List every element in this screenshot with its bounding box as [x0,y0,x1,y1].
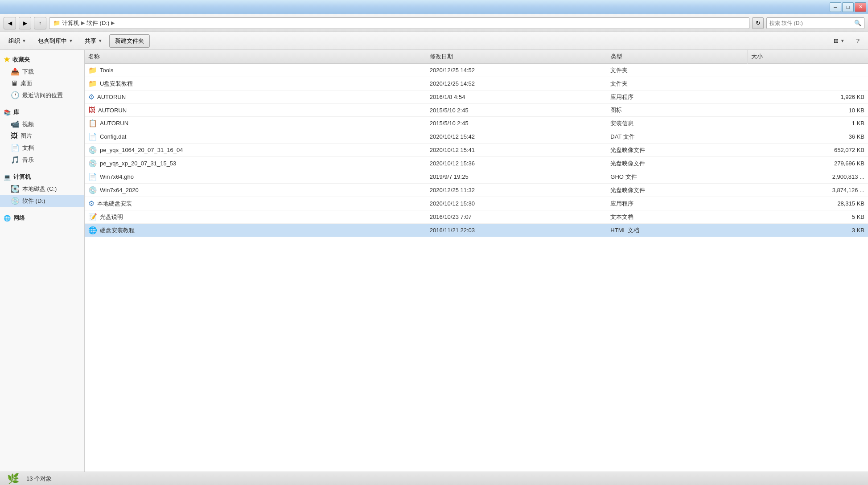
file-type: 应用程序 [607,90,747,104]
search-input[interactable] [769,20,852,26]
network-label: 网络 [13,214,25,222]
library-header[interactable]: 📚 库 [0,107,84,118]
column-type[interactable]: 类型 [607,50,747,64]
table-row[interactable]: 📁 U盘安装教程 2020/12/25 14:52 文件夹 [85,77,868,90]
new-folder-label: 新建文件夹 [115,37,144,45]
file-name-cell[interactable]: 📝 光盘说明 [85,210,426,224]
sidebar-item-c-drive[interactable]: 💽 本地磁盘 (C:) [0,183,84,195]
file-date: 2020/12/25 11:32 [426,184,607,197]
sidebar-item-pictures[interactable]: 🖼 图片 [0,130,84,142]
file-size: 652,072 KB [748,144,868,157]
view-options-button[interactable]: ⊞ ▼ [829,34,850,48]
minimize-button[interactable]: ─ [830,2,841,12]
forward-button[interactable]: ▶ [19,17,31,29]
file-type: 应用程序 [607,197,747,210]
table-row[interactable]: 🌐 硬盘安装教程 2016/11/21 22:03 HTML 文档 3 KB [85,224,868,237]
table-row[interactable]: 📁 Tools 2020/12/25 14:52 文件夹 [85,64,868,77]
file-date: 2020/12/25 14:52 [426,64,607,77]
organize-button[interactable]: 组织 ▼ [4,34,31,48]
file-name-cell[interactable]: ⚙ AUTORUN [85,90,426,104]
sidebar-item-music[interactable]: 🎵 音乐 [0,154,84,166]
search-icon[interactable]: 🔍 [854,20,861,26]
table-row[interactable]: 💿 pe_yqs_1064_20_07_31_16_04 2020/10/12 … [85,144,868,157]
file-date: 2020/10/12 15:30 [426,197,607,210]
column-date[interactable]: 修改日期 [426,50,607,64]
file-name-cell[interactable]: 🖼 AUTORUN [85,104,426,117]
video-label: 视频 [22,120,34,128]
network-header[interactable]: 🌐 网络 [0,212,84,224]
library-group: 📚 库 📹 视频 🖼 图片 📄 文档 🎵 音乐 [0,107,84,166]
table-row[interactable]: 📄 Config.dat 2020/10/12 15:42 DAT 文件 36 … [85,130,868,144]
file-type: 光盘映像文件 [607,157,747,170]
favorites-header[interactable]: ★ 收藏夹 [0,53,84,66]
file-name-cell[interactable]: 📋 AUTORUN [85,117,426,130]
breadcrumb-drive: 软件 (D:) [86,19,109,27]
share-button[interactable]: 共享 ▼ [80,34,107,48]
file-name: Config.dat [100,133,126,140]
file-size: 10 KB [748,104,868,117]
close-button[interactable]: ✕ [855,2,866,12]
file-name-cell[interactable]: 🌐 硬盘安装教程 [85,224,426,237]
table-row[interactable]: 🖼 AUTORUN 2015/5/10 2:45 图标 10 KB [85,104,868,117]
status-app-icon: 🌿 [7,473,19,485]
address-bar: ◀ ▶ ↑ 📁 计算机 ▶ 软件 (D:) ▶ ↻ 🔍 [0,14,868,32]
file-name-cell[interactable]: 💿 pe_yqs_xp_20_07_31_15_53 [85,157,426,170]
sidebar-item-desktop[interactable]: 🖥 桌面 [0,78,84,89]
table-row[interactable]: 💿 pe_yqs_xp_20_07_31_15_53 2020/10/12 15… [85,157,868,170]
file-area[interactable]: 名称 修改日期 类型 大小 📁 Tools 2020/12/25 14:52 文… [85,50,868,472]
maximize-button[interactable]: □ [842,2,854,12]
main-container: ★ 收藏夹 📥 下载 🖥 桌面 🕐 最近访问的位置 📚 库 [0,50,868,472]
file-size: 1,926 KB [748,90,868,104]
recent-label: 最近访问的位置 [22,91,63,99]
sidebar-item-video[interactable]: 📹 视频 [0,118,84,130]
music-icon: 🎵 [11,156,20,164]
d-drive-icon: 💿 [11,197,20,205]
column-size[interactable]: 大小 [748,50,868,64]
file-name: 本地硬盘安装 [97,200,132,208]
table-row[interactable]: ⚙ AUTORUN 2016/1/8 4:54 应用程序 1,926 KB [85,90,868,104]
table-row[interactable]: ⚙ 本地硬盘安装 2020/10/12 15:30 应用程序 28,315 KB [85,197,868,210]
share-label: 共享 [85,37,96,45]
file-name-cell[interactable]: 📄 Win7x64.gho [85,170,426,184]
sidebar-item-documents[interactable]: 📄 文档 [0,142,84,154]
file-size [748,77,868,90]
file-name-cell[interactable]: ⚙ 本地硬盘安装 [85,197,426,210]
downloads-label: 下载 [22,68,34,76]
computer-header[interactable]: 💻 计算机 [0,171,84,183]
computer-label: 计算机 [13,173,31,181]
file-icon: 📄 [88,173,97,181]
file-name-cell[interactable]: 📁 Tools [85,64,426,77]
help-button[interactable]: ? [852,34,864,48]
file-icon: 📝 [88,213,97,221]
table-row[interactable]: 💿 Win7x64_2020 2020/12/25 11:32 光盘映像文件 3… [85,184,868,197]
view-options-arrow: ▼ [840,38,845,43]
file-name-cell[interactable]: 💿 pe_yqs_1064_20_07_31_16_04 [85,144,426,157]
sidebar-item-downloads[interactable]: 📥 下载 [0,66,84,78]
refresh-button[interactable]: ↻ [752,17,764,29]
file-icon: ⚙ [88,93,95,101]
file-size: 5 KB [748,210,868,224]
help-icon: ? [856,37,860,44]
file-name-cell[interactable]: 💿 Win7x64_2020 [85,184,426,197]
sidebar-item-d-drive[interactable]: 💿 软件 (D:) [0,195,84,207]
file-name-cell[interactable]: 📄 Config.dat [85,130,426,144]
window-controls: ─ □ ✕ [830,2,866,12]
back-button[interactable]: ◀ [4,17,16,29]
favorites-group: ★ 收藏夹 📥 下载 🖥 桌面 🕐 最近访问的位置 [0,53,84,101]
file-name: Tools [100,67,113,74]
table-row[interactable]: 📋 AUTORUN 2015/5/10 2:45 安装信息 1 KB [85,117,868,130]
sidebar-item-recent[interactable]: 🕐 最近访问的位置 [0,89,84,101]
file-icon: 📁 [88,66,97,74]
address-field[interactable]: 📁 计算机 ▶ 软件 (D:) ▶ [49,17,749,29]
up-button[interactable]: ↑ [34,17,46,29]
include-library-button[interactable]: 包含到库中 ▼ [33,34,78,48]
file-name-cell[interactable]: 📁 U盘安装教程 [85,77,426,90]
file-date: 2015/5/10 2:45 [426,117,607,130]
column-name[interactable]: 名称 [85,50,426,64]
new-folder-button[interactable]: 新建文件夹 [109,34,150,48]
search-bar[interactable]: 🔍 [766,17,864,29]
star-icon: ★ [4,55,10,64]
table-row[interactable]: 📄 Win7x64.gho 2019/9/7 19:25 GHO 文件 2,90… [85,170,868,184]
table-row[interactable]: 📝 光盘说明 2016/10/23 7:07 文本文档 5 KB [85,210,868,224]
video-icon: 📹 [11,120,20,128]
